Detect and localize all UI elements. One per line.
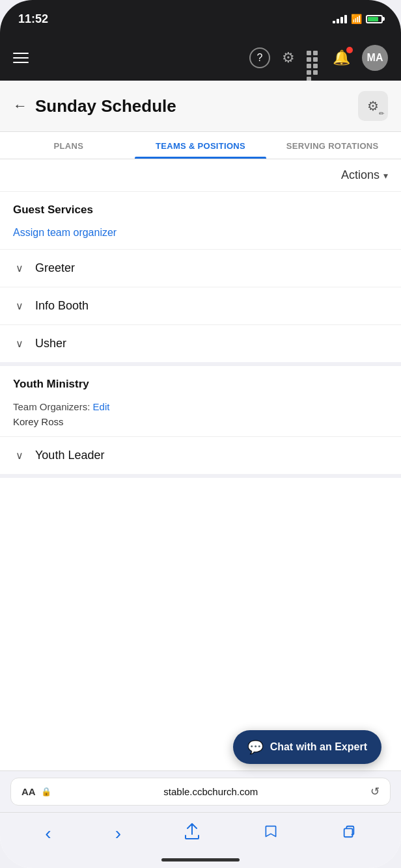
phone-frame: 11:52 📶 ? ⚙: [0, 0, 401, 868]
section-title: Youth Ministry: [13, 378, 89, 390]
help-icon[interactable]: ?: [249, 47, 270, 68]
edit-organizers-link[interactable]: Edit: [93, 401, 110, 412]
status-time: 11:52: [18, 12, 48, 26]
list-item-greeter[interactable]: ∨ Greeter: [0, 249, 401, 287]
actions-row: Actions ▾: [0, 159, 401, 192]
bookmarks-button[interactable]: [257, 821, 284, 847]
share-button[interactable]: [178, 821, 206, 847]
actions-label: Actions: [341, 168, 380, 182]
section-youth-ministry: Youth Ministry Team Organizers: Edit Kor…: [0, 366, 401, 478]
chevron-down-icon: ∨: [13, 337, 26, 350]
back-button[interactable]: ←: [13, 98, 27, 114]
browser-bar: AA 🔒 stable.ccbchurch.com ↺: [0, 770, 401, 812]
section-title: Guest Services: [13, 204, 93, 216]
page-header: ← Sunday Schedule ⚙ ✏: [0, 81, 401, 132]
section-header-youth-ministry: Youth Ministry: [0, 366, 401, 395]
team-organizers-row: Team Organizers: Edit: [0, 395, 401, 415]
assign-team-organizer-link[interactable]: Assign team organizer: [0, 220, 401, 249]
actions-button[interactable]: Actions ▾: [341, 168, 388, 182]
browser-bottom-nav: ‹ ›: [0, 812, 401, 852]
tab-teams-positions[interactable]: TEAMS & POSITIONS: [135, 132, 267, 159]
list-item-usher[interactable]: ∨ Usher: [0, 324, 401, 362]
battery-icon: [366, 15, 383, 23]
page-title: Sunday Schedule: [35, 96, 176, 116]
chat-bubble-icon: 💬: [247, 739, 264, 755]
wifi-icon: 📶: [351, 14, 362, 24]
organizers-label: Team Organizers:: [13, 401, 90, 412]
notification-badge: [346, 47, 353, 53]
chat-with-expert-button[interactable]: 💬 Chat with an Expert: [233, 730, 381, 764]
section-header-guest-services: Guest Services: [0, 192, 401, 220]
nav-bar: ? ⚙ 🔔 MA: [0, 35, 401, 81]
svg-rect-0: [344, 828, 353, 837]
tabs-bar: PLANS TEAMS & POSITIONS SERVING ROTATION…: [0, 132, 401, 159]
tabs-button[interactable]: [335, 822, 363, 845]
position-label: Greeter: [35, 261, 75, 275]
url-text[interactable]: stable.ccbchurch.com: [57, 786, 365, 797]
chevron-down-icon: ∨: [13, 262, 26, 274]
url-bar: AA 🔒 stable.ccbchurch.com ↺: [10, 778, 391, 806]
chat-fab-label: Chat with an Expert: [270, 741, 367, 753]
chevron-down-icon: ∨: [13, 300, 26, 312]
grid-icon[interactable]: [307, 51, 321, 65]
browser-forward-button[interactable]: ›: [109, 821, 128, 847]
chevron-down-icon: ▾: [383, 170, 388, 181]
pencil-icon: ✏: [379, 110, 384, 117]
reload-button[interactable]: ↺: [370, 785, 380, 798]
status-icons: 📶: [333, 14, 383, 24]
avatar[interactable]: MA: [362, 45, 388, 71]
tab-plans[interactable]: PLANS: [3, 132, 135, 159]
browser-back-button[interactable]: ‹: [38, 821, 57, 847]
position-label: Youth Leader: [35, 449, 104, 462]
main-content: Actions ▾ Guest Services Assign team org…: [0, 159, 401, 770]
section-guest-services: Guest Services Assign team organizer ∨ G…: [0, 192, 401, 366]
list-item-youth-leader[interactable]: ∨ Youth Leader: [0, 436, 401, 474]
gear-icon[interactable]: ⚙: [282, 49, 295, 66]
list-item-info-booth[interactable]: ∨ Info Booth: [0, 287, 401, 324]
lock-icon: 🔒: [41, 787, 51, 796]
home-indicator: [0, 852, 401, 868]
tab-serving-rotations[interactable]: SERVING ROTATIONS: [266, 132, 398, 159]
organizer-name: Korey Ross: [0, 415, 401, 436]
nav-right-icons: ? ⚙ 🔔 MA: [249, 45, 388, 71]
position-label: Usher: [35, 337, 66, 350]
hamburger-menu-icon[interactable]: [13, 53, 29, 63]
signal-bars-icon: [333, 14, 347, 23]
header-left: ← Sunday Schedule: [13, 96, 176, 116]
gear-icon: ⚙: [367, 98, 379, 114]
font-size-button[interactable]: AA: [21, 786, 36, 797]
status-bar: 11:52 📶: [0, 0, 401, 35]
chevron-down-icon: ∨: [13, 449, 26, 462]
position-label: Info Booth: [35, 299, 89, 313]
notifications-bell[interactable]: 🔔: [333, 49, 350, 66]
settings-edit-button[interactable]: ⚙ ✏: [358, 91, 388, 121]
